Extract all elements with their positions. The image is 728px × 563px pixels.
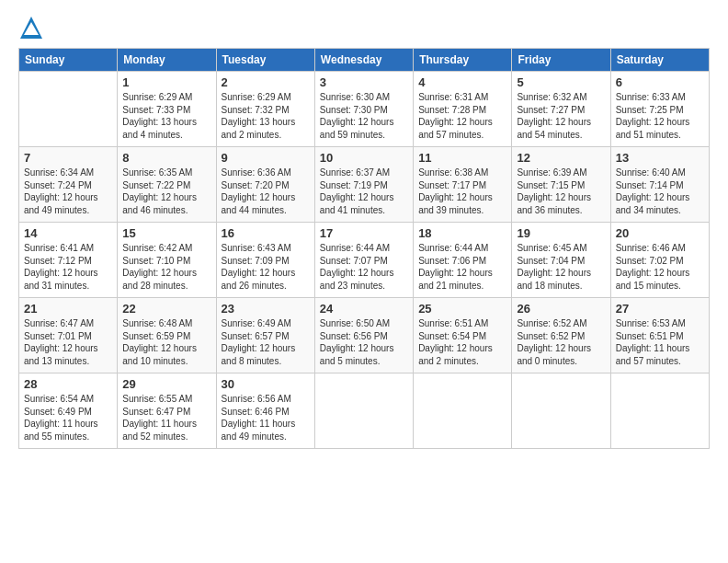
- weekday-header: Wednesday: [314, 49, 413, 72]
- calendar-cell: [610, 373, 709, 449]
- day-number: 5: [517, 75, 605, 89]
- calendar-cell: 21Sunrise: 6:47 AM Sunset: 7:01 PM Dayli…: [19, 298, 118, 373]
- calendar-week-row: 28Sunrise: 6:54 AM Sunset: 6:49 PM Dayli…: [19, 373, 710, 449]
- calendar-cell: 11Sunrise: 6:38 AM Sunset: 7:17 PM Dayli…: [414, 147, 512, 223]
- day-info: Sunrise: 6:38 AM Sunset: 7:17 PM Dayligh…: [418, 167, 506, 216]
- day-number: 10: [320, 151, 408, 165]
- calendar-cell: 8Sunrise: 6:35 AM Sunset: 7:22 PM Daylig…: [118, 147, 216, 223]
- day-number: 25: [418, 302, 506, 316]
- day-info: Sunrise: 6:37 AM Sunset: 7:19 PM Dayligh…: [320, 167, 408, 216]
- day-number: 4: [418, 75, 506, 89]
- calendar-cell: 29Sunrise: 6:55 AM Sunset: 6:47 PM Dayli…: [118, 373, 216, 449]
- day-info: Sunrise: 6:29 AM Sunset: 7:32 PM Dayligh…: [222, 91, 310, 141]
- day-number: 18: [418, 226, 506, 240]
- day-info: Sunrise: 6:44 AM Sunset: 7:06 PM Dayligh…: [418, 242, 506, 292]
- calendar-cell: 13Sunrise: 6:40 AM Sunset: 7:14 PM Dayli…: [610, 147, 709, 223]
- logo: [18, 15, 48, 40]
- calendar-cell: 5Sunrise: 6:32 AM Sunset: 7:27 PM Daylig…: [512, 72, 610, 147]
- day-info: Sunrise: 6:45 AM Sunset: 7:04 PM Dayligh…: [517, 242, 605, 292]
- day-info: Sunrise: 6:42 AM Sunset: 7:10 PM Dayligh…: [122, 242, 210, 292]
- day-info: Sunrise: 6:43 AM Sunset: 7:09 PM Dayligh…: [222, 242, 310, 292]
- day-number: 8: [122, 151, 210, 165]
- calendar-cell: 12Sunrise: 6:39 AM Sunset: 7:15 PM Dayli…: [512, 147, 610, 223]
- day-number: 29: [122, 377, 210, 391]
- calendar-week-row: 14Sunrise: 6:41 AM Sunset: 7:12 PM Dayli…: [19, 223, 710, 298]
- day-number: 1: [122, 75, 210, 89]
- day-number: 21: [24, 302, 112, 316]
- weekday-header: Saturday: [610, 49, 709, 72]
- calendar-cell: 27Sunrise: 6:53 AM Sunset: 6:51 PM Dayli…: [610, 298, 709, 373]
- day-number: 16: [222, 226, 310, 240]
- calendar-cell: 17Sunrise: 6:44 AM Sunset: 7:07 PM Dayli…: [314, 223, 413, 298]
- day-number: 12: [517, 151, 605, 165]
- day-number: 3: [320, 75, 408, 89]
- calendar-cell: [19, 72, 118, 147]
- calendar-cell: 23Sunrise: 6:49 AM Sunset: 6:57 PM Dayli…: [216, 298, 314, 373]
- calendar-body: 1Sunrise: 6:29 AM Sunset: 7:33 PM Daylig…: [19, 72, 710, 449]
- calendar-cell: 15Sunrise: 6:42 AM Sunset: 7:10 PM Dayli…: [118, 223, 216, 298]
- calendar-cell: 7Sunrise: 6:34 AM Sunset: 7:24 PM Daylig…: [19, 147, 118, 223]
- day-number: 23: [222, 302, 310, 316]
- calendar-cell: 26Sunrise: 6:52 AM Sunset: 6:52 PM Dayli…: [512, 298, 610, 373]
- day-number: 6: [616, 75, 704, 89]
- calendar-cell: 4Sunrise: 6:31 AM Sunset: 7:28 PM Daylig…: [414, 72, 512, 147]
- day-info: Sunrise: 6:51 AM Sunset: 6:54 PM Dayligh…: [418, 317, 506, 367]
- weekday-header: Friday: [512, 49, 610, 72]
- day-number: 26: [517, 302, 605, 316]
- weekday-header: Monday: [118, 49, 216, 72]
- day-info: Sunrise: 6:50 AM Sunset: 6:56 PM Dayligh…: [320, 317, 408, 367]
- calendar-week-row: 1Sunrise: 6:29 AM Sunset: 7:33 PM Daylig…: [19, 72, 710, 147]
- calendar-week-row: 21Sunrise: 6:47 AM Sunset: 7:01 PM Dayli…: [19, 298, 710, 373]
- day-number: 30: [222, 377, 310, 391]
- calendar-cell: 30Sunrise: 6:56 AM Sunset: 6:46 PM Dayli…: [216, 373, 314, 449]
- calendar-cell: 14Sunrise: 6:41 AM Sunset: 7:12 PM Dayli…: [19, 223, 118, 298]
- day-number: 15: [122, 226, 210, 240]
- day-number: 9: [222, 151, 310, 165]
- day-number: 2: [222, 75, 310, 89]
- calendar-header: SundayMondayTuesdayWednesdayThursdayFrid…: [19, 49, 710, 72]
- day-number: 17: [320, 226, 408, 240]
- day-info: Sunrise: 6:32 AM Sunset: 7:27 PM Dayligh…: [517, 91, 605, 141]
- calendar-cell: [414, 373, 512, 449]
- day-info: Sunrise: 6:49 AM Sunset: 6:57 PM Dayligh…: [222, 317, 310, 367]
- calendar-cell: 10Sunrise: 6:37 AM Sunset: 7:19 PM Dayli…: [314, 147, 413, 223]
- page: SundayMondayTuesdayWednesdayThursdayFrid…: [0, 0, 728, 563]
- calendar-cell: 16Sunrise: 6:43 AM Sunset: 7:09 PM Dayli…: [216, 223, 314, 298]
- calendar-cell: 1Sunrise: 6:29 AM Sunset: 7:33 PM Daylig…: [118, 72, 216, 147]
- logo-icon: [18, 15, 44, 40]
- calendar-week-row: 7Sunrise: 6:34 AM Sunset: 7:24 PM Daylig…: [19, 147, 710, 223]
- day-info: Sunrise: 6:52 AM Sunset: 6:52 PM Dayligh…: [517, 317, 605, 367]
- day-info: Sunrise: 6:46 AM Sunset: 7:02 PM Dayligh…: [616, 242, 704, 292]
- day-info: Sunrise: 6:53 AM Sunset: 6:51 PM Dayligh…: [616, 317, 704, 367]
- day-number: 24: [320, 302, 408, 316]
- day-info: Sunrise: 6:36 AM Sunset: 7:20 PM Dayligh…: [222, 167, 310, 216]
- day-info: Sunrise: 6:34 AM Sunset: 7:24 PM Dayligh…: [24, 167, 112, 216]
- calendar-cell: 6Sunrise: 6:33 AM Sunset: 7:25 PM Daylig…: [610, 72, 709, 147]
- weekday-row: SundayMondayTuesdayWednesdayThursdayFrid…: [19, 49, 710, 72]
- day-info: Sunrise: 6:31 AM Sunset: 7:28 PM Dayligh…: [418, 91, 506, 141]
- day-number: 7: [24, 151, 112, 165]
- calendar-cell: 3Sunrise: 6:30 AM Sunset: 7:30 PM Daylig…: [314, 72, 413, 147]
- day-info: Sunrise: 6:33 AM Sunset: 7:25 PM Dayligh…: [616, 91, 704, 141]
- day-info: Sunrise: 6:48 AM Sunset: 6:59 PM Dayligh…: [122, 317, 210, 367]
- calendar-cell: 19Sunrise: 6:45 AM Sunset: 7:04 PM Dayli…: [512, 223, 610, 298]
- calendar-cell: 2Sunrise: 6:29 AM Sunset: 7:32 PM Daylig…: [216, 72, 314, 147]
- calendar-cell: 25Sunrise: 6:51 AM Sunset: 6:54 PM Dayli…: [414, 298, 512, 373]
- day-info: Sunrise: 6:35 AM Sunset: 7:22 PM Dayligh…: [122, 167, 210, 216]
- day-number: 27: [616, 302, 704, 316]
- day-number: 20: [616, 226, 704, 240]
- day-info: Sunrise: 6:55 AM Sunset: 6:47 PM Dayligh…: [122, 393, 210, 442]
- day-info: Sunrise: 6:56 AM Sunset: 6:46 PM Dayligh…: [222, 393, 310, 442]
- calendar-cell: [512, 373, 610, 449]
- day-number: 28: [24, 377, 112, 391]
- calendar-cell: 9Sunrise: 6:36 AM Sunset: 7:20 PM Daylig…: [216, 147, 314, 223]
- calendar-cell: 18Sunrise: 6:44 AM Sunset: 7:06 PM Dayli…: [414, 223, 512, 298]
- calendar-cell: 20Sunrise: 6:46 AM Sunset: 7:02 PM Dayli…: [610, 223, 709, 298]
- calendar-cell: [314, 373, 413, 449]
- day-number: 11: [418, 151, 506, 165]
- day-info: Sunrise: 6:47 AM Sunset: 7:01 PM Dayligh…: [24, 317, 112, 367]
- day-number: 19: [517, 226, 605, 240]
- weekday-header: Thursday: [414, 49, 512, 72]
- day-info: Sunrise: 6:29 AM Sunset: 7:33 PM Dayligh…: [122, 91, 210, 141]
- day-number: 22: [122, 302, 210, 316]
